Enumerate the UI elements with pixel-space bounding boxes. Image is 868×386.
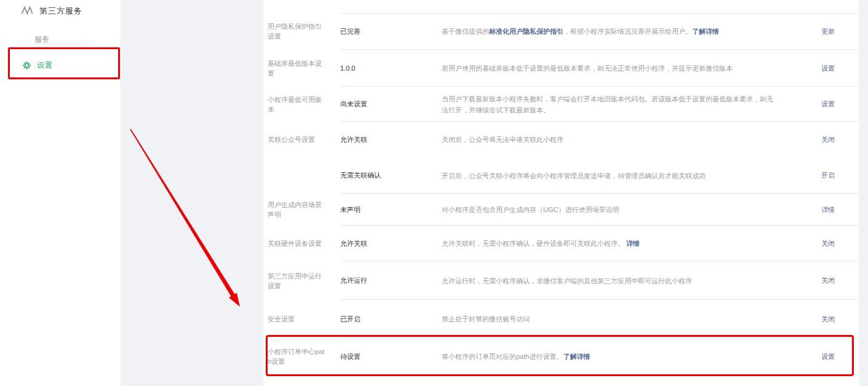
inline-link[interactable]: 了解详情 [692,28,719,35]
setting-status: 允许运行 [340,276,442,285]
table-subrow: 未声明 对小程序是否包含用户生成内容（UGC）进行使用场景说明 详情 [327,194,858,226]
action-link[interactable]: 关闭 [821,240,835,247]
setting-description: 允许运行时，无需小程序确认，非微信客户端的其他第三方应用中即可运行此小程序 [442,275,786,286]
setting-description: 对小程序是否包含用户生成内容（UGC）进行使用场景说明 [442,204,786,215]
setting-action-cell: 开启 [786,171,858,180]
setting-action-cell: 关闭 [786,135,858,144]
sidebar-item-label: 设置 [37,60,53,71]
table-subrow: 允许关联 关闭后，公众号将无法申请关联此小程序 关闭 [327,122,858,158]
description-text: 若用户使用的基础库版本低于设置的最低版本要求，则无法正常使用小程序，并提示更新微… [442,65,733,72]
setting-status: 尚未设置 [340,100,442,109]
setting-action-cell: 设置 [786,352,858,361]
setting-subrows: 已开启 禁止处于封禁的微信账号访问 关闭 [327,300,858,338]
setting-action-cell: 关闭 [786,239,858,248]
setting-subrows: 尚未设置 当用户下载最新版本小程序失败时，客户端会打开本地旧版本代码包。若该版本… [327,87,858,122]
setting-status: 已开启 [340,315,442,324]
setting-label: 小程序最低可用版本 [268,87,327,122]
description-text: ，根据小程序实际情况完善并展示给用户。 [563,28,692,35]
setting-subrows: 已完善 基于微信提供的标准化用户隐私保护指引，根据小程序实际情况完善并展示给用户… [327,13,858,50]
description-text: 当用户下载最新版本小程序失败时，客户端会打开本地旧版本代码包。若该版本低于设置的… [442,95,773,114]
third-party-platform-logo-icon [22,6,34,16]
setting-description: 将小程序的订单页对应的path进行设置。了解详情 [442,351,786,362]
description-text: 禁止处于封禁的微信账号访问 [442,315,530,323]
setting-label: 小程序订单中心path设置 [268,338,327,375]
table-subrow: 无需关联确认 开启后，公众号关联小程序将会向小程序管理员发送申请，待管理员确认后… [327,158,858,194]
setting-action-cell: 关闭 [786,276,858,285]
inline-link[interactable]: 详情 [626,240,640,247]
action-link[interactable]: 开启 [821,171,835,179]
table-subrow: 待设置 将小程序的订单页对应的path进行设置。了解详情 设置 [327,338,858,375]
description-text: 关闭后，公众号将无法申请关联此小程序 [442,136,563,143]
sidebar: 第三方服务 服务 设置 [0,0,121,386]
table-row: 关联硬件设备设置 允许关联 允许关联时，无需小程序确认，硬件设备即可关联此小程序… [263,226,858,261]
setting-description: 当用户下载最新版本小程序失败时，客户端会打开本地旧版本代码包。若该版本低于设置的… [442,93,786,116]
action-link[interactable]: 关闭 [821,315,835,323]
setting-status: 1.0.0 [340,65,442,72]
settings-panel: 用户隐私保护指引设置 已完善 基于微信提供的标准化用户隐私保护指引，根据小程序实… [263,0,858,386]
description-text: 允许关联时，无需小程序确认，硬件设备即可关联此小程序。 [442,240,626,247]
table-row: 用户隐私保护指引设置 已完善 基于微信提供的标准化用户隐私保护指引，根据小程序实… [263,13,858,50]
setting-action-cell: 关闭 [786,315,858,324]
setting-label: 安全设置 [268,300,327,338]
description-text: 将小程序的订单页对应的path进行设置。 [442,353,563,360]
action-link[interactable]: 关闭 [821,277,835,284]
table-subrow: 允许运行 允许运行时，无需小程序确认，非微信客户端的其他第三方应用中即可运行此小… [327,261,858,300]
table-subrow: 1.0.0 若用户使用的基础库版本低于设置的最低版本要求，则无法正常使用小程序，… [327,50,858,87]
action-link[interactable]: 详情 [821,206,835,213]
table-subrow: 允许关联 允许关联时，无需小程序确认，硬件设备即可关联此小程序。 详情 关闭 [327,226,858,261]
action-link[interactable]: 关闭 [821,136,835,143]
setting-description: 开启后，公众号关联小程序将会向小程序管理员发送申请，待管理员确认后才能关联成功 [442,170,786,181]
setting-label: 用户隐私保护指引设置 [268,13,327,50]
setting-subrows: 允许关联 允许关联时，无需小程序确认，硬件设备即可关联此小程序。 详情 关闭 [327,226,858,261]
inline-link[interactable]: 了解详情 [563,353,590,360]
setting-status: 无需关联确认 [340,171,442,180]
setting-description: 基于微信提供的标准化用户隐私保护指引，根据小程序实际情况完善并展示给用户。了解详… [442,26,786,37]
setting-subrows: 1.0.0 若用户使用的基础库版本低于设置的最低版本要求，则无法正常使用小程序，… [327,50,858,87]
gear-icon [22,61,31,70]
table-subrow: 已完善 基于微信提供的标准化用户隐私保护指引，根据小程序实际情况完善并展示给用户… [327,13,858,50]
setting-label: 关联硬件设备设置 [268,226,327,261]
setting-description: 若用户使用的基础库版本低于设置的最低版本要求，则无法正常使用小程序，并提示更新微… [442,63,786,74]
setting-status: 允许关联 [340,135,442,144]
table-row: 小程序最低可用版本 尚未设置 当用户下载最新版本小程序失败时，客户端会打开本地旧… [263,87,858,122]
settings-table: 用户隐私保护指引设置 已完善 基于微信提供的标准化用户隐私保护指引，根据小程序实… [263,13,858,375]
background-gap [122,0,263,386]
table-row: 第三方应用中运行设置 允许运行 允许运行时，无需小程序确认，非微信客户端的其他第… [263,261,858,300]
table-subrow: 已开启 禁止处于封禁的微信账号访问 关闭 [327,300,858,338]
setting-description: 允许关联时，无需小程序确认，硬件设备即可关联此小程序。 详情 [442,238,786,249]
setting-label: 基础库最低版本设置 [268,50,327,87]
setting-subrows: 未声明 对小程序是否包含用户生成内容（UGC）进行使用场景说明 详情 [327,194,858,226]
setting-subrows: 允许运行 允许运行时，无需小程序确认，非微信客户端的其他第三方应用中即可运行此小… [327,261,858,300]
action-link[interactable]: 设置 [821,65,835,72]
action-link[interactable]: 更新 [821,28,835,35]
setting-action-cell: 详情 [786,205,858,215]
table-row: 小程序订单中心path设置 待设置 将小程序的订单页对应的path进行设置。了解… [263,338,858,375]
setting-subrows: 待设置 将小程序的订单页对应的path进行设置。了解详情 设置 [327,338,858,375]
sidebar-item-settings[interactable]: 设置 [22,60,53,71]
inline-link[interactable]: 标准化用户隐私保护指引 [489,28,563,35]
sidebar-divider [34,44,87,44]
setting-action-cell: 设置 [786,100,858,109]
table-row: 关联公众号设置 允许关联 关闭后，公众号将无法申请关联此小程序 关闭 无需关联确… [263,122,858,194]
description-text: 允许运行时，无需小程序确认，非微信客户端的其他第三方应用中即可运行此小程序 [442,277,692,285]
setting-description: 禁止处于封禁的微信账号访问 [442,313,786,325]
setting-action-cell: 设置 [786,64,858,73]
setting-status: 待设置 [340,352,442,361]
action-link[interactable]: 设置 [821,100,835,108]
description-text: 开启后，公众号关联小程序将会向小程序管理员发送申请，待管理员确认后才能关联成功 [442,172,706,179]
setting-action-cell: 更新 [786,27,858,36]
setting-status: 已完善 [340,27,442,36]
setting-label: 第三方应用中运行设置 [268,261,327,300]
setting-status: 未声明 [340,205,442,215]
background-right-gap [859,0,868,386]
setting-subrows: 允许关联 关闭后，公众号将无法申请关联此小程序 关闭 无需关联确认 开启后，公众… [327,122,858,194]
table-row: 基础库最低版本设置 1.0.0 若用户使用的基础库版本低于设置的最低版本要求，则… [263,50,858,87]
sidebar-brand-title: 第三方服务 [39,6,82,17]
action-link[interactable]: 设置 [821,353,835,360]
table-row: 用户生成内容场景声明 未声明 对小程序是否包含用户生成内容（UGC）进行使用场景… [263,194,858,226]
setting-description: 关闭后，公众号将无法申请关联此小程序 [442,134,786,145]
description-text: 基于微信提供的 [442,28,489,35]
table-row: 安全设置 已开启 禁止处于封禁的微信账号访问 关闭 [263,300,858,338]
table-subrow: 尚未设置 当用户下载最新版本小程序失败时，客户端会打开本地旧版本代码包。若该版本… [327,87,858,122]
setting-label: 关联公众号设置 [268,122,327,157]
